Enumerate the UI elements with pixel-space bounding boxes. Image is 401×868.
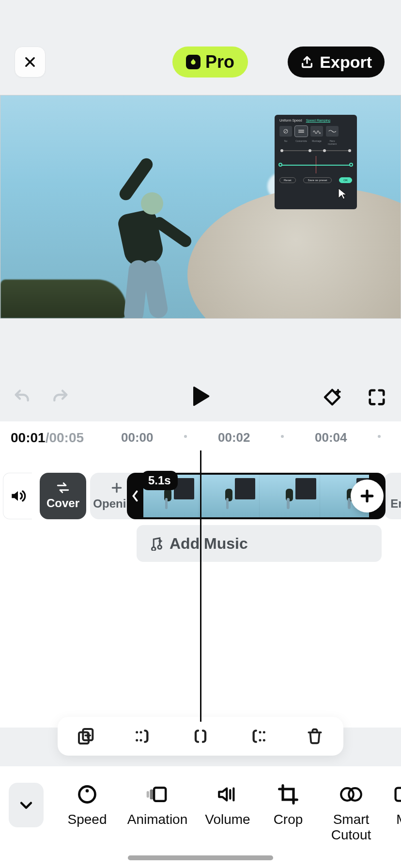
video-preview[interactable]: Uniform Speed Speed Ramping No Customize… [0, 95, 401, 319]
trim-left-button[interactable] [130, 723, 157, 750]
overlay-opt-customize-label: Customize [295, 140, 308, 145]
overlay-save-preset-button: Save as preset [303, 177, 331, 183]
clip-trim-handle-left[interactable] [127, 473, 143, 519]
overlay-opt-montage-icon [310, 126, 323, 137]
svg-point-12 [86, 789, 89, 792]
tool-animation[interactable]: Animation [121, 783, 194, 827]
tool-volume-label: Volume [205, 812, 250, 827]
playhead[interactable] [200, 450, 201, 722]
chevron-left-icon [131, 490, 139, 502]
redo-icon [50, 388, 70, 407]
tool-speed-label: Speed [68, 812, 107, 827]
overlay-tab-uniform: Uniform Speed [279, 119, 302, 122]
svg-rect-13 [154, 788, 166, 801]
keyframe-icon [322, 387, 342, 407]
svg-rect-18 [396, 788, 401, 801]
tool-smart-cutout[interactable]: Smart Cutout [320, 783, 383, 843]
overlay-opt-no-label: No [279, 140, 292, 145]
overlay-graph-area [280, 156, 351, 173]
set-cover-button[interactable]: Cover [40, 473, 86, 519]
duplicate-clip-button[interactable] [73, 723, 100, 750]
tool-crop-label: Crop [274, 812, 303, 827]
swap-icon [56, 482, 70, 494]
svg-rect-15 [147, 791, 149, 798]
editor-root: Pro Export Uniform Speed Speed Ramping [0, 0, 401, 868]
play-button[interactable] [187, 383, 214, 410]
fullscreen-button[interactable] [365, 386, 388, 409]
delete-clip-button[interactable] [301, 723, 328, 750]
redo-button[interactable] [48, 386, 72, 409]
pro-badge-icon [186, 55, 200, 69]
ending-label: Ending [390, 497, 401, 511]
trim-left-icon [134, 727, 153, 746]
ruler-tick: 00:00 [121, 430, 154, 445]
tool-crop[interactable]: Crop [262, 783, 315, 827]
duplicate-icon [77, 727, 96, 746]
preview-subject [93, 154, 189, 318]
split-clip-button[interactable] [187, 723, 214, 750]
fullscreen-icon [368, 388, 386, 406]
track-mute-button[interactable] [3, 473, 32, 519]
trash-icon [306, 727, 324, 745]
cursor-icon [338, 187, 347, 200]
add-music-button[interactable]: Add Music [137, 525, 382, 562]
overlay-opt-hero-icon [326, 126, 339, 137]
overlay-range-slider [280, 150, 351, 151]
svg-point-10 [263, 739, 265, 742]
svg-point-3 [136, 731, 138, 733]
collapse-toolbar-button[interactable] [9, 783, 44, 827]
music-note-icon [148, 536, 163, 551]
pro-button[interactable]: Pro [172, 46, 248, 78]
add-clip-button[interactable] [351, 480, 384, 512]
svg-point-7 [259, 731, 262, 733]
bottom-toolbar: Speed Animation Volume Crop Smart Cutout… [0, 766, 401, 868]
export-button[interactable]: Export [288, 46, 385, 78]
overlay-opt-customize-icon [295, 126, 308, 137]
close-button[interactable] [15, 46, 46, 78]
tool-animation-label: Animation [127, 812, 188, 827]
timeline-panel: 00:01/00:05 00:00 00:02 00:04 Cover Open… [0, 421, 401, 728]
close-icon [23, 55, 37, 69]
overlay-opt-montage-label: Montage [310, 140, 323, 145]
crop-icon [278, 784, 299, 805]
svg-point-8 [259, 739, 262, 742]
volume-icon [216, 784, 239, 805]
ruler-tick: 00:04 [315, 430, 347, 445]
playback-controls [0, 383, 401, 412]
play-icon [191, 386, 210, 407]
tool-more-partial[interactable]: M [387, 783, 401, 827]
split-icon [191, 727, 210, 746]
svg-point-6 [140, 739, 142, 742]
tool-more-label: M [396, 812, 401, 827]
overlay-reset-button: Reset [279, 177, 296, 183]
tool-speed[interactable]: Speed [58, 783, 116, 827]
ruler-tick: 00:02 [218, 430, 250, 445]
ruler-dot-icon [281, 435, 284, 438]
svg-point-4 [136, 739, 138, 742]
svg-point-5 [140, 731, 142, 733]
export-icon [300, 55, 314, 69]
tool-smart-cutout-label: Smart Cutout [331, 812, 371, 843]
overlay-ok-button: OK [339, 177, 352, 183]
pro-label: Pro [205, 52, 234, 72]
add-ending-button[interactable]: Ending [384, 473, 401, 519]
add-keyframe-button[interactable] [321, 386, 344, 409]
clip-duration-badge: 5.1s [141, 471, 178, 490]
add-music-label: Add Music [170, 535, 248, 553]
overlay-opt-hero-label: Hero moment [326, 140, 339, 145]
chevron-down-icon [18, 797, 34, 813]
clip-action-bar [58, 717, 343, 756]
speed-icon [77, 784, 98, 805]
ruler-dot-icon [184, 435, 187, 438]
volume-icon [10, 488, 26, 504]
svg-point-9 [263, 731, 265, 733]
undo-button[interactable] [11, 386, 34, 409]
trim-right-button[interactable] [244, 723, 271, 750]
timeline-ruler[interactable]: 00:00 00:02 00:04 [0, 430, 401, 446]
tool-volume[interactable]: Volume [199, 783, 257, 827]
top-bar: Pro Export [0, 46, 401, 78]
overlay-tab-ramping: Speed Ramping [306, 119, 330, 122]
cover-label: Cover [46, 496, 79, 510]
svg-point-17 [349, 788, 361, 801]
svg-point-11 [79, 787, 95, 803]
